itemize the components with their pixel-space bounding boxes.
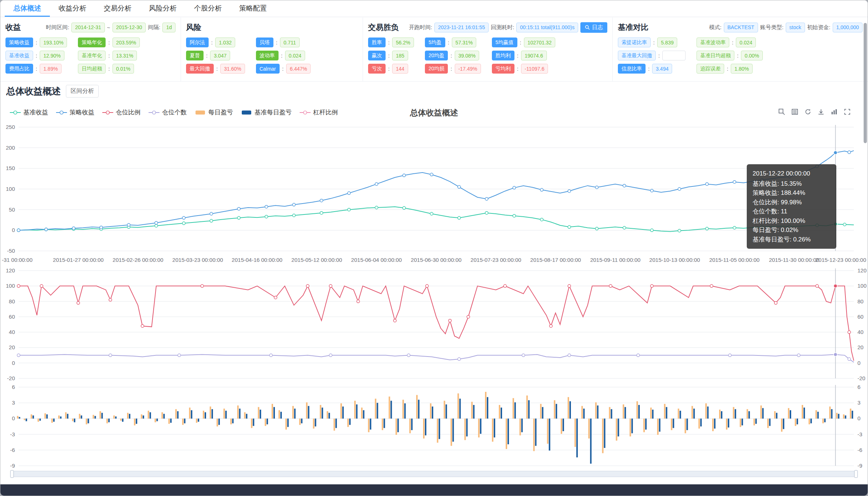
legend-benchmark-return[interactable]: 基准收益 xyxy=(10,108,48,117)
tooltip-row: 仓位个数: 11 xyxy=(753,207,830,216)
tab-strategy-config[interactable]: 策略配置 xyxy=(230,0,276,17)
position-ratio-chart[interactable]: 120120100100808060604040202000-20-20 xyxy=(0,267,868,382)
tab-trade-analysis[interactable]: 交易分析 xyxy=(95,0,140,17)
metric-label: 追踪误差 xyxy=(697,64,724,74)
colon: : xyxy=(216,66,218,72)
daily-pnl-chart[interactable]: 663300-3-3-6-6-9-9 xyxy=(0,383,868,469)
log-button[interactable]: 日志 xyxy=(580,22,607,33)
data-zoom-icon[interactable] xyxy=(778,108,785,117)
control-value-tag[interactable]: 2015-12-30 xyxy=(113,23,146,32)
svg-text:60: 60 xyxy=(9,314,15,320)
data-view-icon[interactable] xyxy=(791,108,798,117)
tooltip-row: 杠杆比例: 100.00% xyxy=(753,216,830,226)
x-tick-label: 2015-11-30 00:00:00 xyxy=(769,257,819,263)
main-returns-chart[interactable]: 250200150100500-50 xyxy=(0,121,868,257)
control-value-tag[interactable]: 2023-11-21 16:01:55 xyxy=(434,23,489,32)
colon: : xyxy=(36,39,37,46)
search-icon xyxy=(585,25,590,30)
daily-pnl-marker-icon xyxy=(195,110,206,115)
colon: : xyxy=(658,52,660,59)
tab-risk-analysis[interactable]: 风险分析 xyxy=(140,0,185,17)
legend-leverage-ratio[interactable]: 杠杆比例 xyxy=(300,108,338,117)
colon: : xyxy=(648,66,650,72)
panel-title-trades: 交易胜负 xyxy=(368,22,399,32)
svg-text:40: 40 xyxy=(9,329,15,335)
svg-text:-20: -20 xyxy=(857,375,865,381)
footer-bar xyxy=(0,484,868,496)
metric-value: 1.89% xyxy=(40,64,62,74)
benchmark-return-marker-icon xyxy=(10,110,21,115)
save-image-icon[interactable] xyxy=(817,108,825,117)
chart-toolbox xyxy=(778,108,851,117)
control-label: 模式: xyxy=(709,24,722,31)
legend-daily-pnl[interactable]: 每日盈亏 xyxy=(195,108,233,117)
colon: : xyxy=(450,52,452,59)
metric-row: 信息比率:3.494 xyxy=(618,64,686,74)
svg-text:3: 3 xyxy=(857,399,860,406)
legend-position-ratio[interactable]: 仓位比例 xyxy=(102,108,141,117)
legend-position-count[interactable]: 仓位个数 xyxy=(149,108,187,117)
chart-legend: 基准收益策略收益仓位比例仓位个数每日盈亏基准每日盈亏杠杆比例 xyxy=(10,108,338,117)
data-zoom-handle-right[interactable] xyxy=(854,470,858,478)
data-zoom-slider[interactable] xyxy=(11,471,857,477)
chart-tooltip: 2015-12-22 00:00:00 基准收益: 15.35%策略收益: 18… xyxy=(747,164,836,249)
metric-row: 最大回撤:31.60% xyxy=(186,64,245,74)
metric-value: 1.032 xyxy=(215,38,235,47)
control-value-tag[interactable]: 2014-12-31 xyxy=(71,23,105,32)
svg-text:120: 120 xyxy=(6,267,15,273)
metric-value: 5.839 xyxy=(657,38,677,47)
tab-return-analysis[interactable]: 收益分析 xyxy=(50,0,95,17)
legend-benchmark-daily-pnl[interactable]: 基准每日盈亏 xyxy=(241,108,292,117)
section-title: 总体收益概述 xyxy=(6,85,61,97)
tooltip-row: 策略收益: 188.44% xyxy=(753,188,830,198)
vertical-scrollbar-thumb[interactable] xyxy=(864,23,867,143)
metric-value: -11097.6 xyxy=(521,64,548,74)
control-value-tag[interactable]: 00:15:11 total(911.000)s xyxy=(516,23,578,32)
colon: : xyxy=(276,39,277,46)
svg-text:6: 6 xyxy=(857,384,860,390)
control-value-tag[interactable]: 1d xyxy=(162,23,175,32)
metric-label: 索提诺比率 xyxy=(618,38,651,47)
control-value-tag[interactable]: stock xyxy=(786,23,805,32)
metric-row: 索提诺比率:5.839 xyxy=(618,38,686,47)
panel-risk: 风险阿尔法:1.032夏普:3.047最大回撤:31.60%贝塔:0.711波动… xyxy=(181,17,363,81)
tab-bar: 总体概述收益分析交易分析风险分析个股分析策略配置 xyxy=(0,0,868,17)
metric-value: 0.00% xyxy=(741,51,763,60)
panel-title-returns: 收益 xyxy=(5,22,21,32)
metric-value: 203.59% xyxy=(113,38,140,47)
legend-label: 策略收益 xyxy=(70,108,94,117)
interval-analysis-button[interactable]: 区间分析 xyxy=(66,85,99,98)
colon: : xyxy=(108,39,110,46)
metric-row: 波动率:0.024 xyxy=(256,51,311,60)
control-label: 回测耗时: xyxy=(491,24,514,31)
metric-label: 5均赢值 xyxy=(492,38,517,47)
restore-icon[interactable] xyxy=(804,108,812,117)
tab-stock-analysis[interactable]: 个股分析 xyxy=(185,0,230,17)
control-label: 初始资金: xyxy=(807,24,830,31)
legend-strategy-return[interactable]: 策略收益 xyxy=(56,108,94,117)
x-tick-label: 2015-03-23 00:00:00 xyxy=(172,257,223,263)
metric-label: 亏均利 xyxy=(492,64,514,74)
fullscreen-icon[interactable] xyxy=(844,108,851,117)
panel-trades: 交易胜负开跑时间:2023-11-21 16:01:55回测耗时:00:15:1… xyxy=(363,17,613,81)
data-zoom-handle-left[interactable] xyxy=(10,470,14,478)
tab-overview[interactable]: 总体概述 xyxy=(5,0,50,17)
control-value-tag[interactable]: BACKTEST xyxy=(724,23,758,32)
metric-value: 19074.6 xyxy=(521,51,547,60)
metric-value: 0.711 xyxy=(280,38,300,47)
metric-value: 0.024 xyxy=(736,38,756,47)
metric-label: 信息比率 xyxy=(618,64,646,74)
metric-label: 费用占比 xyxy=(5,64,33,74)
svg-text:-6: -6 xyxy=(10,447,15,453)
svg-text:80: 80 xyxy=(857,298,864,304)
control-label: 账号类型: xyxy=(760,24,784,31)
metric-row: 胜均利:19074.6 xyxy=(492,51,555,60)
metric-label: 基准年化 xyxy=(78,51,106,60)
control-value-tag[interactable]: 1,000,000 xyxy=(833,23,863,32)
colon: : xyxy=(388,39,390,46)
svg-text:60: 60 xyxy=(857,314,864,320)
svg-text:-3: -3 xyxy=(10,431,15,437)
magic-type-icon[interactable] xyxy=(830,108,838,117)
metric-label: 亏次 xyxy=(368,64,386,74)
metric-row: 5均赢值:102701.32 xyxy=(492,38,555,47)
